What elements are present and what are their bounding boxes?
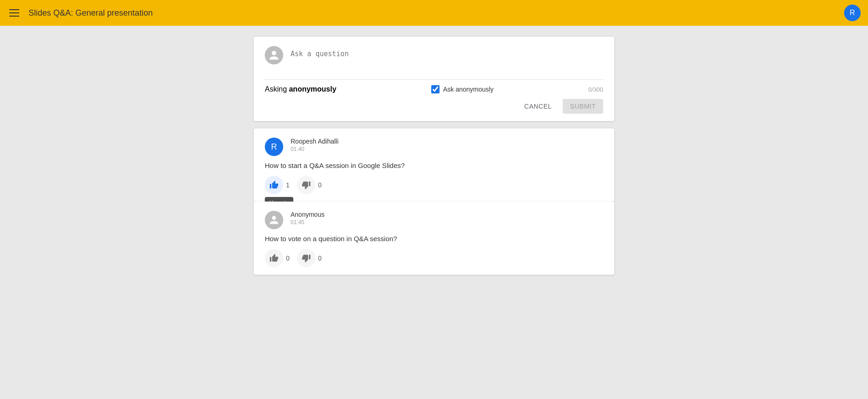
upvote-button[interactable] bbox=[265, 249, 283, 267]
ask-card-actions: CANCEL SUBMIT bbox=[265, 99, 603, 114]
ask-anonymous-area: Ask anonymously bbox=[431, 85, 494, 93]
question-author: Roopesh Adihalli bbox=[291, 138, 603, 145]
downvote-count: 0 bbox=[318, 254, 322, 262]
upvote-tooltip: Up-vote bbox=[265, 197, 293, 202]
user-avatar[interactable]: R bbox=[844, 5, 861, 21]
question-time: 01:45 bbox=[291, 219, 603, 226]
app-title: Slides Q&A: General presentation bbox=[29, 8, 837, 18]
upvote-group: Up-vote 1 bbox=[265, 176, 290, 194]
anon-status: Asking anonymously bbox=[265, 85, 337, 93]
question-text: How to vote on a question in Q&A session… bbox=[265, 234, 603, 243]
downvote-group: 0 bbox=[297, 176, 322, 194]
person-icon bbox=[269, 215, 279, 225]
app-header: Slides Q&A: General presentation R bbox=[0, 0, 868, 26]
thumbdown-icon bbox=[302, 180, 311, 190]
downvote-button[interactable] bbox=[297, 249, 315, 267]
ask-divider bbox=[265, 79, 603, 80]
questions-list: R Roopesh Adihalli 01:40 How to start a … bbox=[254, 128, 614, 275]
question-time: 01:40 bbox=[291, 146, 603, 152]
question-card: Anonymous 01:45 How to vote on a questio… bbox=[254, 202, 614, 275]
downvote-button[interactable] bbox=[297, 176, 315, 194]
question-card-top: Anonymous 01:45 bbox=[265, 211, 603, 229]
question-author: Anonymous bbox=[291, 211, 603, 218]
upvote-count: 1 bbox=[286, 181, 290, 189]
thumbup-icon bbox=[269, 180, 279, 190]
question-meta: Roopesh Adihalli 01:40 bbox=[291, 138, 603, 152]
downvote-group: 0 bbox=[297, 249, 322, 267]
question-text: How to start a Q&A session in Google Sli… bbox=[265, 161, 603, 170]
submit-button[interactable]: SUBMIT bbox=[563, 99, 603, 114]
anon-status-prefix: Asking bbox=[265, 85, 289, 93]
anonymous-avatar bbox=[265, 46, 283, 64]
question-meta: Anonymous 01:45 bbox=[291, 211, 603, 226]
ask-question-input[interactable] bbox=[291, 46, 603, 74]
ask-card-bottom: Asking anonymously Ask anonymously 0/300 bbox=[265, 85, 603, 93]
question-avatar: R bbox=[265, 138, 283, 156]
downvote-count: 0 bbox=[318, 181, 322, 189]
thumbup-icon bbox=[269, 254, 279, 263]
person-icon bbox=[268, 50, 280, 61]
upvote-group: 0 bbox=[265, 249, 290, 267]
ask-anonymous-label[interactable]: Ask anonymously bbox=[443, 86, 494, 93]
anon-status-bold: anonymously bbox=[289, 85, 336, 93]
question-actions: 0 0 bbox=[265, 249, 603, 267]
menu-icon[interactable] bbox=[7, 7, 21, 18]
question-card-top: R Roopesh Adihalli 01:40 bbox=[265, 138, 603, 156]
thumbdown-icon bbox=[302, 254, 311, 263]
question-card: R Roopesh Adihalli 01:40 How to start a … bbox=[254, 128, 614, 202]
cancel-button[interactable]: CANCEL bbox=[517, 99, 559, 114]
upvote-count: 0 bbox=[286, 254, 290, 262]
question-actions: Up-vote 1 0 bbox=[265, 176, 603, 194]
ask-card-top bbox=[265, 46, 603, 74]
ask-question-card: Asking anonymously Ask anonymously 0/300… bbox=[254, 37, 614, 121]
question-avatar bbox=[265, 211, 283, 229]
ask-anonymous-checkbox[interactable] bbox=[431, 85, 440, 93]
char-count: 0/300 bbox=[588, 86, 603, 93]
main-content: Asking anonymously Ask anonymously 0/300… bbox=[0, 26, 868, 286]
upvote-button[interactable] bbox=[265, 176, 283, 194]
